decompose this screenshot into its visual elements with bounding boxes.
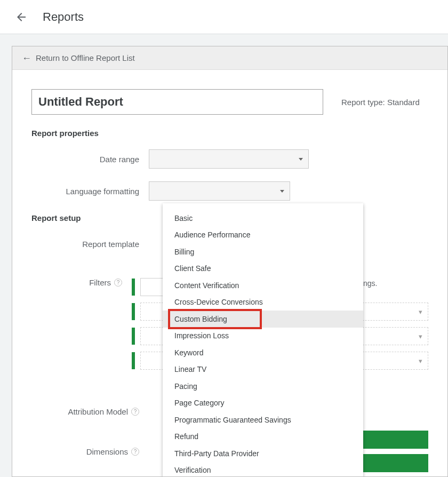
report-card: ← Return to Offline Report List Report t…	[12, 46, 448, 477]
menu-item-cross-device-conversions[interactable]: Cross-Device Conversions	[163, 294, 363, 311]
label-filters: Filters ?	[31, 278, 132, 287]
menu-item-keyword[interactable]: Keyword	[163, 344, 363, 361]
menu-item-impression-loss[interactable]: Impression Loss	[163, 328, 363, 345]
label-date-range: Date range	[31, 155, 149, 164]
menu-item-custom-bidding[interactable]: Custom Bidding	[163, 311, 363, 328]
breadcrumb-label: Return to Offline Report List	[36, 53, 135, 62]
caret-down-icon	[280, 190, 284, 193]
arrow-left-icon: ←	[22, 53, 31, 63]
select-date-range[interactable]	[149, 149, 309, 169]
section-report-properties: Report properties	[31, 129, 428, 138]
menu-item-audience-performance[interactable]: Audience Performance	[163, 227, 363, 244]
breadcrumb-return[interactable]: ← Return to Offline Report List	[12, 46, 447, 70]
menu-item-programmatic-guaranteed-savings[interactable]: Programmatic Guaranteed Savings	[163, 411, 363, 428]
report-title-input[interactable]	[31, 89, 323, 115]
row-date-range: Date range	[31, 149, 428, 169]
row-language: Language formatting	[31, 181, 428, 201]
back-arrow-icon[interactable]	[15, 11, 28, 23]
green-strip	[132, 303, 135, 320]
help-icon[interactable]: ?	[131, 408, 139, 416]
menu-item-pacing[interactable]: Pacing	[163, 378, 363, 395]
green-strip	[132, 279, 135, 296]
menu-item-client-safe[interactable]: Client Safe	[163, 260, 363, 277]
template-dropdown-menu[interactable]: BasicAudience PerformanceBillingClient S…	[163, 203, 363, 477]
label-language: Language formatting	[31, 187, 149, 196]
select-language[interactable]	[149, 181, 290, 201]
caret-down-icon	[299, 158, 303, 161]
app-bar: Reports	[0, 0, 448, 34]
label-template: Report template	[31, 240, 149, 249]
menu-item-basic[interactable]: Basic	[163, 210, 363, 227]
help-icon[interactable]: ?	[131, 448, 139, 456]
green-strip	[132, 328, 135, 345]
menu-item-verification[interactable]: Verification	[163, 462, 363, 478]
label-attribution: Attribution Model ?	[31, 407, 149, 416]
menu-item-linear-tv[interactable]: Linear TV	[163, 361, 363, 378]
caret-down-icon: ▾	[419, 308, 422, 316]
caret-down-icon: ▾	[419, 357, 422, 365]
truncated-text-ngs: ngs.	[363, 279, 377, 288]
stage: ← Return to Offline Report List Report t…	[0, 34, 448, 477]
green-strip	[132, 352, 135, 369]
menu-item-content-verification[interactable]: Content Verification	[163, 277, 363, 294]
help-icon[interactable]: ?	[114, 279, 122, 287]
menu-item-page-category[interactable]: Page Category	[163, 395, 363, 412]
caret-down-icon: ▾	[419, 332, 422, 340]
menu-item-third-party-data-provider[interactable]: Third-Party Data Provider	[163, 445, 363, 462]
page-title: Reports	[43, 10, 84, 24]
label-dimensions: Dimensions ?	[31, 447, 149, 456]
title-row: Report type: Standard	[31, 89, 428, 115]
menu-item-billing[interactable]: Billing	[163, 243, 363, 260]
menu-item-refund[interactable]: Refund	[163, 428, 363, 446]
properties-form: Date range Language formatting	[31, 149, 428, 201]
report-type: Report type: Standard	[341, 98, 420, 107]
